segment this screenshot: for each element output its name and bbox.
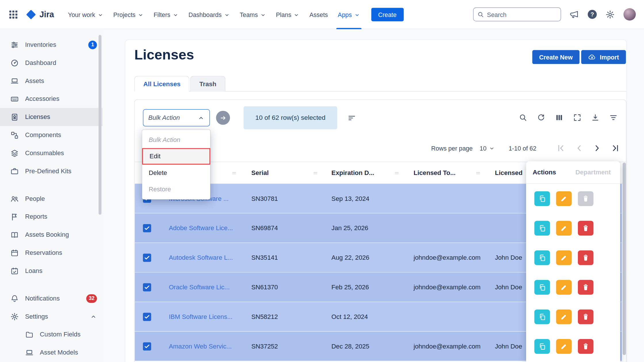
license-name-link[interactable]: Oracle Software Lic... — [169, 273, 230, 302]
sidebar-item-consumables[interactable]: Consumables — [0, 144, 103, 162]
bulk-action-select[interactable]: Bulk Action — [143, 109, 210, 126]
previous-page-button[interactable] — [574, 143, 584, 153]
column-drag-handle[interactable] — [312, 170, 319, 176]
column-drag-handle[interactable] — [393, 170, 400, 176]
tab-trash[interactable]: Trash — [190, 76, 225, 91]
sidebar-item-loans[interactable]: Loans — [0, 262, 103, 280]
pencil-icon — [560, 254, 568, 262]
column-header-expiration[interactable]: Expiration D... — [331, 162, 374, 183]
delete-button[interactable] — [578, 339, 593, 354]
nav-item-assets[interactable]: Assets — [304, 0, 333, 29]
row-checkbox-checked[interactable] — [143, 342, 151, 351]
row-checkbox-checked[interactable] — [143, 313, 151, 321]
create-button[interactable]: Create — [371, 7, 404, 21]
copy-button[interactable] — [534, 339, 550, 354]
help-icon[interactable]: ? — [588, 10, 597, 19]
menu-item-delete[interactable]: Delete — [142, 165, 210, 181]
cloud-upload-icon — [588, 53, 596, 61]
search-icon[interactable] — [519, 113, 527, 122]
sidebar-item-settings[interactable]: Settings — [0, 307, 103, 326]
sidebar-group-divider — [0, 180, 103, 190]
column-header-serial[interactable]: Serial — [251, 162, 269, 183]
sidebar-item-label: Reservations — [25, 249, 97, 257]
row-checkbox-checked[interactable] — [143, 254, 151, 262]
edit-button[interactable] — [556, 250, 572, 265]
nav-item-projects[interactable]: Projects — [108, 0, 149, 29]
licensed-name-cell: John Doe — [495, 243, 522, 272]
nav-item-teams[interactable]: Teams — [235, 0, 271, 29]
row-checkbox-checked[interactable] — [143, 224, 151, 232]
copy-button[interactable] — [534, 309, 550, 324]
license-name-link[interactable]: Adobe Software Lice... — [169, 213, 233, 242]
sidebar-item-reservations[interactable]: Reservations — [0, 244, 103, 262]
first-page-button[interactable] — [556, 143, 566, 153]
license-name-link[interactable]: Amazon Web Servic... — [169, 332, 232, 361]
fullscreen-icon[interactable] — [573, 113, 582, 122]
sidebar-item-asset-models[interactable]: Asset Models — [0, 344, 103, 362]
sidebar-item-assets[interactable]: Assets — [0, 72, 103, 90]
sidebar-item-custom-fields[interactable]: Custom Fields — [0, 326, 103, 344]
sidebar-item-inventories[interactable]: Inventories 1 — [0, 36, 103, 54]
sort-icon[interactable] — [348, 114, 356, 122]
table-scrollbar-thumb[interactable] — [623, 163, 626, 355]
refresh-icon[interactable] — [537, 113, 545, 122]
column-header-licensed-to[interactable]: Licensed To... — [414, 162, 456, 183]
sidebar-item-reports[interactable]: Reports — [0, 208, 103, 226]
copy-button[interactable] — [534, 280, 550, 294]
delete-button[interactable] — [578, 280, 593, 294]
edit-button[interactable] — [556, 339, 572, 354]
sidebar-item-accessories[interactable]: Accessories — [0, 90, 103, 108]
sidebar-scrollbar[interactable] — [99, 35, 101, 215]
edit-button[interactable] — [556, 309, 572, 324]
column-drag-handle[interactable] — [474, 170, 482, 176]
rows-per-page-select[interactable]: 10 — [480, 145, 495, 152]
sidebar-item-dashboard[interactable]: Dashboard — [0, 54, 103, 72]
apply-bulk-action-button[interactable] — [216, 111, 230, 125]
columns-icon[interactable] — [555, 113, 564, 122]
nav-item-dashboards[interactable]: Dashboards — [183, 0, 235, 29]
delete-button[interactable] — [578, 221, 593, 236]
nav-item-filters[interactable]: Filters — [149, 0, 183, 29]
menu-item-edit[interactable]: Edit — [142, 148, 210, 165]
import-button[interactable]: Import — [581, 50, 626, 64]
copy-button[interactable] — [534, 191, 550, 206]
jira-logo-icon — [26, 9, 37, 20]
copy-button[interactable] — [534, 221, 550, 236]
filter-icon[interactable] — [609, 113, 618, 122]
user-avatar[interactable] — [624, 8, 636, 21]
actions-row — [526, 213, 620, 243]
delete-button[interactable] — [578, 309, 593, 324]
global-search[interactable] — [473, 7, 561, 22]
megaphone-icon[interactable] — [570, 10, 579, 19]
nav-item-apps[interactable]: Apps — [333, 0, 365, 29]
row-checkbox-checked[interactable] — [143, 283, 151, 292]
edit-button[interactable] — [556, 221, 572, 236]
sidebar-item-notifications[interactable]: Notifications 32 — [0, 289, 103, 307]
edit-button[interactable] — [556, 191, 572, 206]
sidebar-item-components[interactable]: Components — [0, 126, 103, 144]
next-page-button[interactable] — [592, 143, 602, 153]
edit-button[interactable] — [556, 280, 572, 294]
tab-all-licenses[interactable]: All Licenses — [134, 76, 189, 91]
column-drag-handle[interactable] — [230, 170, 238, 176]
nav-item-plans[interactable]: Plans — [271, 0, 304, 29]
sidebar-item-people[interactable]: People — [0, 190, 103, 208]
nav-item-your-work[interactable]: Your work — [63, 0, 108, 29]
create-new-button[interactable]: Create New — [532, 50, 580, 64]
sidebar-item-assets-booking[interactable]: Assets Booking — [0, 226, 103, 244]
column-header-licensed-name[interactable]: Licensed — [495, 162, 522, 183]
last-page-button[interactable] — [610, 143, 620, 153]
jira-logo[interactable]: Jira — [26, 9, 54, 20]
download-icon[interactable] — [591, 113, 600, 122]
sidebar-item-label: Assets Booking — [25, 231, 97, 238]
license-name-link[interactable]: IBM Software Licens... — [169, 302, 233, 331]
sidebar-item-label: Components — [25, 131, 97, 139]
sidebar-item-pre-defined-kits[interactable]: Pre-Defined Kits — [0, 162, 103, 180]
search-input[interactable] — [487, 11, 557, 18]
app-switcher-icon[interactable] — [8, 9, 19, 20]
delete-button[interactable] — [578, 250, 593, 265]
sidebar-item-licenses[interactable]: Licenses — [0, 108, 103, 126]
copy-button[interactable] — [534, 250, 550, 265]
license-name-link[interactable]: Autodesk Software L... — [169, 243, 233, 272]
settings-gear-icon[interactable] — [605, 10, 615, 19]
